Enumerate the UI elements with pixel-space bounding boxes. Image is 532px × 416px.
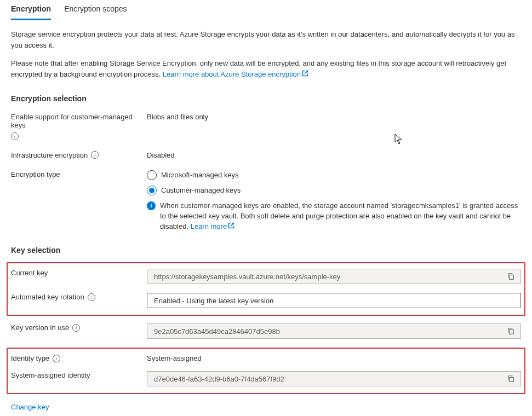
learn-more-cmk-link[interactable]: Learn more [191, 222, 234, 230]
info-banner: i When customer-managed keys are enabled… [147, 201, 521, 232]
field-key-version [147, 323, 521, 339]
heading-key-selection: Key selection [11, 246, 521, 255]
info-solid-icon: i [147, 201, 156, 210]
value-identity-type: System-assigned [147, 352, 521, 362]
info-icon[interactable]: i [91, 151, 99, 159]
radio-customer-managed[interactable]: Customer-managed keys [147, 186, 521, 195]
radio-circle-icon [147, 170, 157, 180]
radio-group-encryption-type: Microsoft-managed keys Customer-managed … [147, 170, 521, 232]
field-auto-rotation [147, 293, 521, 308]
label-encryption-type: Encryption type [11, 170, 60, 178]
input-current-key[interactable] [153, 272, 504, 281]
label-auto-rotation: Automated key rotation [11, 293, 84, 301]
label-key-version: Key version in use [11, 323, 69, 332]
external-link-icon [302, 69, 308, 80]
value-infra-encryption: Disabled [147, 149, 521, 159]
copy-icon[interactable] [504, 325, 517, 338]
label-current-key: Current key [11, 269, 48, 277]
radio-label: Microsoft-managed keys [161, 171, 239, 179]
input-auto-rotation[interactable] [153, 296, 517, 305]
copy-icon[interactable] [504, 372, 517, 385]
highlight-box-identity: Identity type i System-assigned System-a… [7, 348, 525, 394]
info-icon[interactable]: i [88, 293, 95, 301]
change-key-link[interactable]: Change key [11, 403, 49, 411]
label-infra-encryption: Infrastructure encryption [11, 151, 88, 159]
svg-rect-1 [509, 330, 513, 334]
tab-encryption-scopes[interactable]: Encryption scopes [64, 0, 127, 20]
radio-circle-icon [147, 186, 157, 195]
external-link-icon [228, 222, 234, 232]
description-2: Please note that after enabling Storage … [11, 58, 521, 80]
description-1: Storage service encryption protects your… [11, 29, 521, 50]
field-current-key [147, 269, 521, 284]
svg-rect-2 [509, 378, 513, 382]
info-icon[interactable]: i [11, 132, 19, 140]
value-cmk-support: Blobs and files only [147, 111, 521, 121]
label-system-assigned-identity: System-assigned identity [11, 371, 90, 379]
radio-microsoft-managed[interactable]: Microsoft-managed keys [147, 170, 521, 180]
tabs: Encryption Encryption scopes [11, 0, 521, 20]
tab-encryption[interactable]: Encryption [11, 0, 51, 20]
copy-icon[interactable] [504, 270, 517, 283]
field-system-assigned-identity [147, 371, 521, 386]
input-key-version[interactable] [153, 327, 504, 336]
radio-label: Customer-managed keys [161, 186, 241, 194]
info-icon[interactable]: i [53, 355, 60, 362]
info-icon[interactable]: i [72, 324, 80, 332]
svg-rect-0 [509, 275, 513, 280]
learn-more-encryption-link[interactable]: Learn more about Azure Storage encryptio… [163, 70, 308, 78]
input-system-assigned-identity[interactable] [153, 374, 504, 384]
label-identity-type: Identity type [11, 354, 49, 362]
label-cmk-support: Enable support for customer-managed keys [11, 113, 147, 129]
highlight-box-key: Current key Automated key rotation i [7, 262, 525, 316]
heading-encryption-selection: Encryption selection [11, 94, 521, 103]
